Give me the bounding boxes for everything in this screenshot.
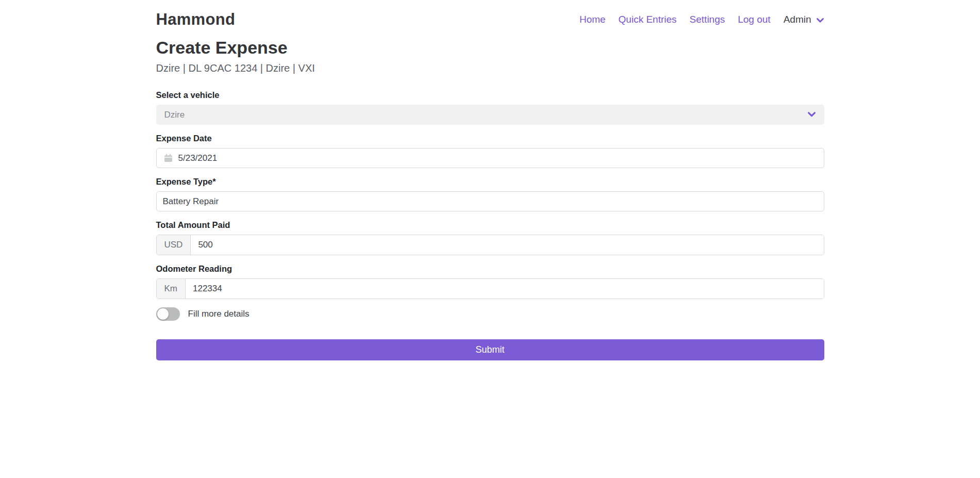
fill-more-details-toggle[interactable] <box>156 307 180 321</box>
submit-button[interactable]: Submit <box>156 339 824 360</box>
total-amount-field: Total Amount Paid USD <box>156 220 824 255</box>
nav-home[interactable]: Home <box>579 14 606 25</box>
toggle-knob <box>157 308 169 320</box>
expense-form: Select a vehicle Dzire Expense Date <box>156 90 824 360</box>
main-nav: Home Quick Entries Settings Log out Admi… <box>579 14 824 25</box>
calendar-icon <box>164 154 173 162</box>
currency-prefix: USD <box>157 235 191 255</box>
fill-more-details-label: Fill more details <box>188 309 250 319</box>
chevron-down-icon <box>816 16 824 24</box>
admin-menu[interactable]: Admin <box>784 14 824 25</box>
vehicle-select-label: Select a vehicle <box>156 90 824 100</box>
expense-date-label: Expense Date <box>156 133 824 143</box>
expense-date-input[interactable] <box>173 149 824 168</box>
expense-date-field: Expense Date <box>156 133 824 168</box>
create-expense-page: Create Expense Dzire | DL 9CAC 1234 | Dz… <box>150 37 830 360</box>
odometer-label: Odometer Reading <box>156 263 824 274</box>
page-title: Create Expense <box>156 37 824 58</box>
brand-logo[interactable]: Hammond <box>156 10 236 29</box>
odometer-input[interactable] <box>186 279 824 299</box>
vehicle-select-value: Dzire <box>164 110 185 120</box>
nav-logout[interactable]: Log out <box>738 14 770 25</box>
vehicle-summary: Dzire | DL 9CAC 1234 | Dzire | VXI <box>156 62 824 74</box>
total-amount-label: Total Amount Paid <box>156 220 824 230</box>
more-details-row: Fill more details <box>156 307 824 321</box>
nav-settings[interactable]: Settings <box>690 14 725 25</box>
vehicle-field: Select a vehicle Dzire <box>156 90 824 125</box>
total-amount-input[interactable] <box>191 235 823 255</box>
header: Hammond Home Quick Entries Settings Log … <box>0 0 980 37</box>
admin-menu-label: Admin <box>784 14 811 25</box>
chevron-down-icon <box>807 111 816 118</box>
distance-unit-prefix: Km <box>157 279 186 299</box>
expense-type-label: Expense Type* <box>156 176 824 187</box>
expense-type-input[interactable] <box>157 192 824 211</box>
vehicle-select[interactable]: Dzire <box>156 105 824 125</box>
nav-quick-entries[interactable]: Quick Entries <box>619 14 677 25</box>
odometer-field: Odometer Reading Km <box>156 263 824 299</box>
expense-type-field: Expense Type* <box>156 176 824 211</box>
